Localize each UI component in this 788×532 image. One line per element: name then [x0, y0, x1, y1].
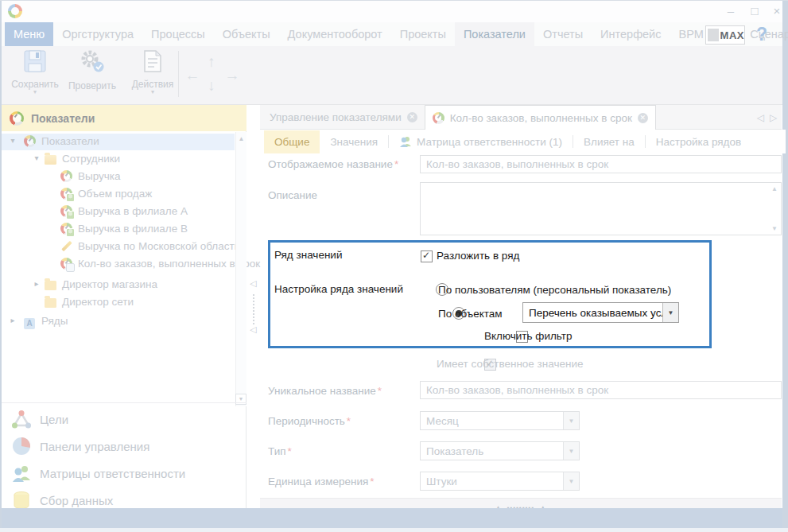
combo-dropdown-icon[interactable]: ▼ [662, 303, 678, 322]
combo-dropdown-icon[interactable]: ▼ [563, 472, 579, 490]
tree-item-vyruchka-filial-a[interactable]: Выручка в филиале А [2, 204, 235, 220]
doc-tab-upravlenie[interactable]: Управление показателями ✕ [262, 105, 425, 129]
tab-orgstruktura[interactable]: Оргструктура [53, 22, 142, 46]
gauge-person-icon [60, 205, 72, 217]
help-icon[interactable]: ? [756, 24, 767, 45]
tab-close-icon[interactable]: ✕ [638, 113, 648, 123]
tab-dokumentooborot[interactable]: Документооборот [279, 22, 391, 46]
tab-scroll-left-icon[interactable]: ◁ [757, 112, 764, 123]
subtab-label: Общие [274, 130, 309, 153]
by-objects-radio-label[interactable]: По объектам [438, 308, 503, 320]
doc-tab-kolvo-zakazov[interactable]: Кол-во заказов, выполненных в срок ✕ [425, 105, 656, 130]
tree-item-vyruchka[interactable]: Выручка [2, 169, 235, 185]
tree-item-vyruchka-filial-b[interactable]: Выручка в филиале В [2, 221, 235, 238]
sidebar-item-label: Цели [40, 413, 68, 426]
check-button-label: Проверить [64, 80, 121, 91]
save-dropdown-caret-icon[interactable]: ▾ [6, 90, 64, 95]
nav-left-arrow-icon[interactable]: ← [184, 68, 200, 83]
window-frame-right [782, 0, 788, 532]
subtab-matrica[interactable]: Матрица ответственности (1) [389, 130, 573, 153]
tree-item-pokazateli-root[interactable]: ▾ Показатели [2, 134, 235, 150]
series-config-label: Настройка ряда значений [274, 283, 403, 295]
enable-filter-checkbox-label[interactable]: Включить фильтр [484, 330, 573, 342]
tree-item-label: Директор магазина [62, 278, 157, 290]
tree-item-kolvo-zakazov[interactable]: Кол-во заказов, выполненных в срок [2, 256, 235, 273]
maximize-button[interactable]: □ [746, 4, 763, 17]
tab-obekty[interactable]: Объекты [214, 22, 279, 46]
expander-open-icon[interactable]: ▾ [8, 136, 17, 145]
by-users-radio-label[interactable]: По пользователям (персональный показател… [438, 284, 671, 296]
title-bar: – □ × [2, 1, 782, 22]
type-combo-value: Показатель [421, 442, 563, 460]
subtab-label: Значения [330, 130, 378, 153]
decompose-series-checkbox[interactable] [421, 250, 433, 262]
unique-name-label: Уникальное название* [268, 385, 382, 397]
tree-item-label: Выручка [78, 170, 121, 182]
minimize-button[interactable]: – [722, 4, 739, 17]
scroll-down-icon[interactable]: ▼ [771, 225, 778, 232]
expander-closed-icon[interactable]: ▸ [32, 279, 41, 288]
nav-right-arrow-icon[interactable]: → [224, 68, 240, 83]
save-button[interactable]: Сохранить ▾ [6, 49, 64, 100]
unit-label: Единица измерения* [268, 476, 375, 487]
nav-down-arrow-icon[interactable]: ↓ [204, 78, 219, 94]
pencil-icon [60, 240, 72, 252]
horizontal-splitter-handle[interactable]: ▲ ▪▪▪▪▪▪▪▪▪ ▲ [260, 498, 782, 508]
splitter-collapse-left-icon[interactable]: ◁ [250, 278, 256, 289]
unit-combo[interactable]: Штуки ▼ [420, 472, 580, 491]
vertical-splitter-handle[interactable] [253, 294, 254, 324]
tree-item-vyruchka-moskva[interactable]: Выручка по Московской области [2, 239, 235, 255]
tab-processy[interactable]: Процессы [142, 22, 214, 46]
tree-item-label: Ряды [41, 315, 68, 327]
tree-item-obem-prodazh[interactable]: Объем продаж [2, 186, 235, 203]
subtab-nastroyka-ryadov[interactable]: Настройка рядов [646, 130, 751, 153]
tab-pokazateli[interactable]: Показатели [455, 22, 534, 46]
subtab-label: Влияет на [584, 130, 635, 153]
tab-close-icon[interactable]: ✕ [407, 112, 417, 122]
tree-item-sotrudniki[interactable]: ▾ Сотрудники [2, 151, 235, 168]
objects-combo[interactable]: Перечень оказываемых услуг ▼ [522, 302, 679, 323]
unit-combo-value: Штуки [421, 472, 563, 490]
application-window: – □ × Меню Оргструктура Процессы Объекты… [0, 0, 788, 532]
tab-proekty[interactable]: Проекты [391, 22, 455, 46]
subtab-znacheniya[interactable]: Значения [320, 130, 388, 153]
scroll-up-icon[interactable]: ▲ [236, 135, 246, 142]
description-textarea[interactable]: ▲ ▼ [420, 182, 782, 235]
tab-scroll-right-icon[interactable]: ▷ [770, 112, 777, 123]
tree-item-direktor-seti[interactable]: Директор сети [2, 294, 235, 311]
sidebar-item-dashboards[interactable]: Панели управления [2, 433, 246, 460]
combo-dropdown-icon[interactable]: ▼ [563, 412, 579, 429]
decompose-series-checkbox-label[interactable]: Разложить в ряд [437, 250, 519, 262]
tree-item-ryady[interactable]: ▸ Ряды [2, 313, 235, 330]
tree-item-label: Выручка по Московской области [78, 240, 240, 252]
expander-closed-icon[interactable]: ▸ [8, 316, 17, 324]
scroll-up-icon[interactable]: ▲ [771, 185, 778, 192]
menu-button[interactable]: Меню [5, 22, 53, 46]
splitter-collapse-left-icon[interactable]: ◁ [250, 324, 256, 335]
periodicity-combo[interactable]: Месяц ▼ [420, 411, 580, 430]
sidebar-item-goals[interactable]: Цели [2, 406, 246, 433]
tree-scrollbar[interactable]: ▲ [235, 132, 246, 406]
status-bar [2, 508, 782, 528]
type-combo[interactable]: Показатель ▼ [420, 441, 580, 460]
sidebar-item-responsibility-matrices[interactable]: Матрицы ответственности [2, 460, 246, 487]
display-name-input[interactable] [420, 155, 782, 173]
combo-dropdown-icon[interactable]: ▼ [563, 442, 579, 460]
subtab-obshchie[interactable]: Общие [264, 130, 320, 153]
tab-interfeys[interactable]: Интерфейс [592, 22, 670, 46]
tree-item-direktor-magazina[interactable]: ▸ Директор магазина [2, 277, 235, 293]
unique-name-input[interactable] [420, 381, 782, 399]
nav-up-arrow-icon[interactable]: ↑ [204, 54, 219, 70]
required-marker: * [347, 415, 351, 427]
tab-otchety[interactable]: Отчеты [534, 22, 592, 46]
close-button[interactable]: × [768, 4, 786, 17]
series-label: Ряд значений [274, 249, 342, 261]
check-button[interactable]: Проверить [64, 49, 121, 100]
window-frame-bottom [0, 528, 788, 532]
actions-button[interactable]: Действия ▾ [124, 49, 181, 100]
actions-dropdown-caret-icon[interactable]: ▾ [124, 90, 181, 95]
gauge-person-icon [60, 223, 72, 235]
expander-open-icon[interactable]: ▾ [32, 153, 41, 162]
subtab-vliyaet-na[interactable]: Влияет на [573, 130, 645, 153]
folder-open-icon [45, 155, 56, 165]
